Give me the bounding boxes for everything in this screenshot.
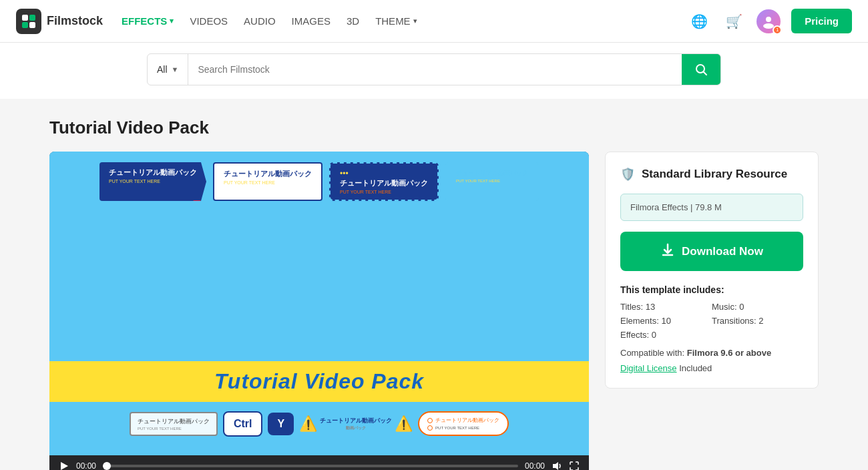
nav-theme[interactable]: THEME ▾ xyxy=(375,2,417,40)
search-section: All ▼ xyxy=(0,43,868,99)
ctrl-card: Ctrl xyxy=(223,411,263,437)
warning-icon-left: ⚠️ xyxy=(299,415,317,433)
cart-icon[interactable]: 🛒 xyxy=(722,9,746,33)
video-container: チュートリアル動画パック PUT YOUR TEXT HERE チュートリアル動… xyxy=(49,152,589,470)
video-preview: チュートリアル動画パック PUT YOUR TEXT HERE チュートリアル動… xyxy=(49,152,589,455)
download-icon xyxy=(660,242,675,260)
play-icon xyxy=(59,461,69,471)
video-inner: チュートリアル動画パック PUT YOUR TEXT HERE チュートリアル動… xyxy=(49,152,589,455)
notification-badge: 1 xyxy=(773,25,782,35)
title-card-4: チュートリアル動画パック PUT YOUR TEXT HERE xyxy=(445,162,539,201)
time-end: 00:00 xyxy=(525,461,545,471)
bottom-card-1: チュートリアル動画パック PUT YOUR TEXT HERE xyxy=(130,412,218,436)
compat-line: Compatible with: Filmora 9.6 or above xyxy=(620,348,803,358)
stat-elements: Elements: 10 xyxy=(620,316,712,326)
included-text: Included xyxy=(679,363,712,373)
logo[interactable]: Filmstock xyxy=(16,9,103,34)
play-button[interactable] xyxy=(59,461,69,471)
main-content: Tutorial Video Pack チュートリアル動画パック PUT YOU… xyxy=(33,99,835,470)
dropdown-arrow-icon: ▼ xyxy=(172,65,179,73)
svg-marker-8 xyxy=(61,462,68,470)
logo-icon xyxy=(16,9,41,34)
nav-audio[interactable]: AUDIO xyxy=(244,2,276,40)
file-info-text: Filmora Effects | 79.8 M xyxy=(630,202,722,212)
category-label: All xyxy=(157,64,168,75)
stat-effects: Effects: 0 xyxy=(620,330,712,340)
content-layout: チュートリアル動画パック PUT YOUR TEXT HERE チュートリアル動… xyxy=(49,152,819,470)
search-bar: All ▼ xyxy=(147,53,721,85)
svg-rect-0 xyxy=(22,15,28,21)
globe-icon[interactable]: 🌐 xyxy=(687,9,711,33)
video-controls: 00:00 00:00 xyxy=(49,455,589,471)
fullscreen-button[interactable] xyxy=(569,461,580,471)
template-includes: This template includes: Titles: 13 Music… xyxy=(620,284,803,340)
search-input[interactable] xyxy=(188,54,682,85)
download-button[interactable]: Download Now xyxy=(620,232,803,271)
svg-rect-1 xyxy=(29,15,35,21)
progress-dot xyxy=(103,462,111,470)
fullscreen-icon xyxy=(569,461,580,471)
volume-icon xyxy=(552,461,562,471)
search-icon xyxy=(694,63,708,76)
nav-effects[interactable]: EFFECTS ▾ xyxy=(122,2,174,40)
logo-text: Filmstock xyxy=(47,14,103,28)
stat-titles: Titles: 13 xyxy=(620,302,712,312)
svg-marker-9 xyxy=(553,462,558,470)
warning-group: ⚠️ チュートリアル動画パック 動画パック ⚠️ xyxy=(299,415,413,433)
progress-bar[interactable] xyxy=(103,465,518,467)
volume-button[interactable] xyxy=(552,461,562,471)
search-button[interactable] xyxy=(682,54,720,85)
bottom-cards-row: チュートリアル動画パック PUT YOUR TEXT HERE Ctrl Y ⚠… xyxy=(49,411,589,437)
digital-license-link[interactable]: Digital License xyxy=(620,363,677,373)
nav-links: EFFECTS ▾ VIDEOS AUDIO IMAGES 3D THEME ▾ xyxy=(122,2,668,40)
nav-right: 🌐 🛒 1 Pricing xyxy=(687,9,852,33)
y-card: Y xyxy=(268,413,294,435)
template-includes-title: This template includes: xyxy=(620,284,803,295)
license-line: Digital License Included xyxy=(620,363,803,373)
chevron-down-icon-2: ▾ xyxy=(413,17,417,25)
title-card-1: チュートリアル動画パック PUT YOUR TEXT HERE xyxy=(99,162,206,201)
title-card-3: ••• チュートリアル動画パック PUT YOUR TEXT HERE xyxy=(329,162,439,201)
svg-line-7 xyxy=(704,72,707,75)
pricing-button[interactable]: Pricing xyxy=(791,9,852,33)
shield-icon: 🛡️ xyxy=(620,167,635,182)
file-info-box: Filmora Effects | 79.8 M xyxy=(620,194,803,221)
svg-rect-3 xyxy=(29,22,35,28)
svg-point-4 xyxy=(766,17,771,22)
page-title: Tutorial Video Pack xyxy=(49,118,819,138)
resource-title: 🛡️ Standard Library Resource xyxy=(620,167,803,182)
avatar[interactable]: 1 xyxy=(756,9,781,33)
download-label: Download Now xyxy=(682,245,763,258)
nav-videos[interactable]: VIDEOS xyxy=(190,2,228,40)
svg-rect-2 xyxy=(22,22,28,28)
category-dropdown[interactable]: All ▼ xyxy=(148,54,188,85)
title-card-2: チュートリアル動画パック PUT YOUR TEXT HERE xyxy=(213,162,322,201)
nav-3d[interactable]: 3D xyxy=(347,2,359,40)
title-cards-row: チュートリアル動画パック PUT YOUR TEXT HERE チュートリアル動… xyxy=(49,162,589,201)
sidebar: 🛡️ Standard Library Resource Filmora Eff… xyxy=(605,152,819,470)
video-big-title: Tutorial Video Pack xyxy=(49,361,589,402)
resource-card: 🛡️ Standard Library Resource Filmora Eff… xyxy=(605,152,819,389)
stat-transitions: Transitions: 2 xyxy=(712,316,803,326)
stats-grid: Titles: 13 Music: 0 Elements: 10 Transit… xyxy=(620,302,803,340)
warning-icon-right: ⚠️ xyxy=(395,415,413,433)
nav-images[interactable]: IMAGES xyxy=(292,2,331,40)
navbar: Filmstock EFFECTS ▾ VIDEOS AUDIO IMAGES … xyxy=(0,0,868,43)
circle-icon xyxy=(427,418,433,423)
circle-icon-2 xyxy=(427,425,433,431)
stat-music: Music: 0 xyxy=(712,302,803,312)
oval-card: チュートリアル動画パック PUT YOUR TEXT HERE xyxy=(418,411,509,436)
download-arrow-icon xyxy=(660,242,675,257)
chevron-down-icon: ▾ xyxy=(170,17,174,25)
time-start: 00:00 xyxy=(76,461,96,471)
